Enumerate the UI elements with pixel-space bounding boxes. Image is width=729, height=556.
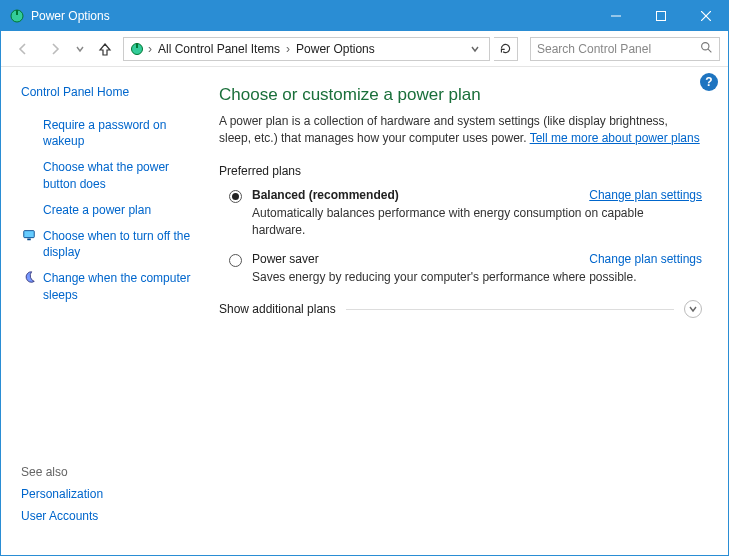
window-title: Power Options — [31, 9, 110, 23]
page-title: Choose or customize a power plan — [219, 85, 702, 105]
see-also-section: See also Personalization User Accounts — [21, 465, 197, 543]
show-additional-plans[interactable]: Show additional plans — [219, 300, 702, 318]
see-also-link[interactable]: User Accounts — [21, 509, 197, 523]
toolbar: › All Control Panel Items › Power Option… — [1, 31, 728, 67]
close-button[interactable] — [683, 1, 728, 31]
svg-rect-3 — [656, 12, 665, 21]
see-also-link[interactable]: Personalization — [21, 487, 197, 501]
svg-point-8 — [702, 42, 709, 49]
address-dropdown[interactable] — [465, 42, 485, 56]
search-placeholder: Search Control Panel — [537, 42, 651, 56]
power-plan-row: Balanced (recommended) Change plan setti… — [229, 188, 702, 239]
svg-rect-1 — [16, 10, 18, 15]
main-content: ? Choose or customize a power plan A pow… — [209, 67, 728, 555]
sidebar-link[interactable]: Choose what the power button does — [21, 159, 197, 191]
sidebar-link[interactable]: Create a power plan — [21, 202, 197, 218]
sidebar-link[interactable]: Choose when to turn off the display — [21, 228, 197, 260]
svg-rect-10 — [24, 231, 35, 238]
sidebar-link-label: Choose when to turn off the display — [43, 228, 197, 260]
moon-icon — [21, 270, 37, 284]
plan-description: Automatically balances performance with … — [252, 205, 682, 239]
sidebar-link-label: Change when the computer sleeps — [43, 270, 197, 302]
breadcrumb-item[interactable]: All Control Panel Items — [154, 42, 284, 56]
divider — [346, 309, 674, 310]
sidebar-link-label: Require a password on wakeup — [43, 117, 197, 149]
plan-radio[interactable] — [229, 190, 242, 203]
expand-icon[interactable] — [684, 300, 702, 318]
svg-rect-7 — [136, 43, 138, 48]
chevron-right-icon: › — [284, 42, 292, 56]
intro-text: A power plan is a collection of hardware… — [219, 113, 702, 148]
titlebar: Power Options — [1, 1, 728, 31]
control-panel-home-link[interactable]: Control Panel Home — [21, 85, 197, 99]
sidebar-link-label: Choose what the power button does — [43, 159, 197, 191]
chevron-right-icon: › — [146, 42, 154, 56]
svg-line-9 — [708, 49, 711, 52]
plan-name[interactable]: Balanced (recommended) — [252, 188, 399, 202]
search-icon — [700, 41, 713, 57]
see-also-header: See also — [21, 465, 197, 479]
app-icon — [9, 8, 25, 24]
maximize-button[interactable] — [638, 1, 683, 31]
power-plan-row: Power saver Change plan settings Saves e… — [229, 252, 702, 286]
up-button[interactable] — [91, 35, 119, 63]
learn-more-link[interactable]: Tell me more about power plans — [530, 131, 700, 145]
show-additional-label: Show additional plans — [219, 302, 336, 316]
back-button[interactable] — [9, 35, 37, 63]
sidebar-link[interactable]: Require a password on wakeup — [21, 117, 197, 149]
breadcrumb-item[interactable]: Power Options — [292, 42, 379, 56]
sidebar-link-label: Create a power plan — [43, 202, 151, 218]
change-plan-settings-link[interactable]: Change plan settings — [589, 252, 702, 266]
address-bar[interactable]: › All Control Panel Items › Power Option… — [123, 37, 490, 61]
svg-rect-11 — [27, 238, 31, 240]
plan-description: Saves energy by reducing your computer's… — [252, 269, 682, 286]
sidebar-link[interactable]: Change when the computer sleeps — [21, 270, 197, 302]
sidebar: Control Panel Home Require a password on… — [1, 67, 209, 555]
search-input[interactable]: Search Control Panel — [530, 37, 720, 61]
refresh-button[interactable] — [494, 37, 518, 61]
minimize-button[interactable] — [593, 1, 638, 31]
plan-name[interactable]: Power saver — [252, 252, 319, 266]
plan-radio[interactable] — [229, 254, 242, 267]
recent-dropdown[interactable] — [73, 35, 87, 63]
forward-button[interactable] — [41, 35, 69, 63]
preferred-plans-label: Preferred plans — [219, 164, 702, 178]
change-plan-settings-link[interactable]: Change plan settings — [589, 188, 702, 202]
monitor-icon — [21, 228, 37, 242]
help-icon[interactable]: ? — [700, 73, 718, 91]
control-panel-icon — [128, 40, 146, 58]
